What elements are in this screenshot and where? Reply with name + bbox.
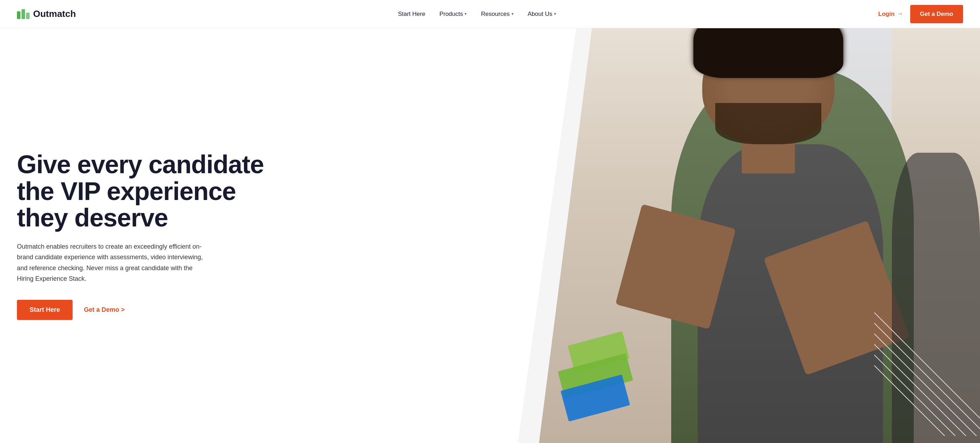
nav-link-about-us[interactable]: About Us ▾: [528, 11, 556, 18]
brand-name: Outmatch: [33, 8, 76, 19]
logo-bar-3: [26, 13, 30, 19]
chevron-down-icon: ▾: [465, 12, 467, 16]
nav-item-about-us[interactable]: About Us ▾: [528, 11, 556, 18]
nav-links: Start Here Products ▾ Resources ▾ About …: [398, 11, 556, 18]
nav-link-start-here[interactable]: Start Here: [398, 11, 425, 18]
svg-line-2: [874, 334, 980, 436]
hero-title: Give every candidate the VIP experience …: [17, 151, 522, 231]
nav-item-resources[interactable]: Resources ▾: [481, 11, 513, 18]
svg-line-0: [874, 312, 980, 418]
svg-line-1: [874, 323, 980, 429]
decorative-shapes: [560, 341, 631, 415]
get-demo-nav-button[interactable]: Get a Demo: [910, 5, 963, 23]
nav-item-start-here[interactable]: Start Here: [398, 11, 425, 18]
hero-image-area: [539, 28, 980, 443]
chevron-down-icon: ▾: [512, 12, 514, 16]
nav-link-products[interactable]: Products ▾: [439, 11, 467, 18]
logo-bar-1: [17, 11, 21, 19]
logo-bar-2: [22, 9, 25, 19]
nav-item-products[interactable]: Products ▾: [439, 11, 467, 18]
logo-link[interactable]: Outmatch: [17, 8, 76, 19]
login-button[interactable]: Login →: [878, 10, 903, 18]
get-demo-hero-button[interactable]: Get a Demo >: [84, 306, 125, 314]
chevron-down-icon: ▾: [554, 12, 556, 16]
navbar: Outmatch Start Here Products ▾ Resources…: [0, 0, 980, 28]
nav-actions: Login → Get a Demo: [878, 5, 963, 23]
hero-section: Give every candidate the VIP experience …: [0, 28, 980, 443]
hero-cta-area: Start Here Get a Demo >: [17, 300, 522, 320]
diagonal-lines: [874, 295, 980, 436]
nav-link-resources[interactable]: Resources ▾: [481, 11, 513, 18]
logo-icon: [17, 9, 30, 19]
start-here-button[interactable]: Start Here: [17, 300, 73, 320]
svg-line-3: [874, 344, 980, 436]
hero-content: Give every candidate the VIP experience …: [0, 130, 539, 341]
hero-description: Outmatch enables recruiters to create an…: [17, 241, 207, 284]
arrow-right-icon: →: [897, 10, 903, 18]
